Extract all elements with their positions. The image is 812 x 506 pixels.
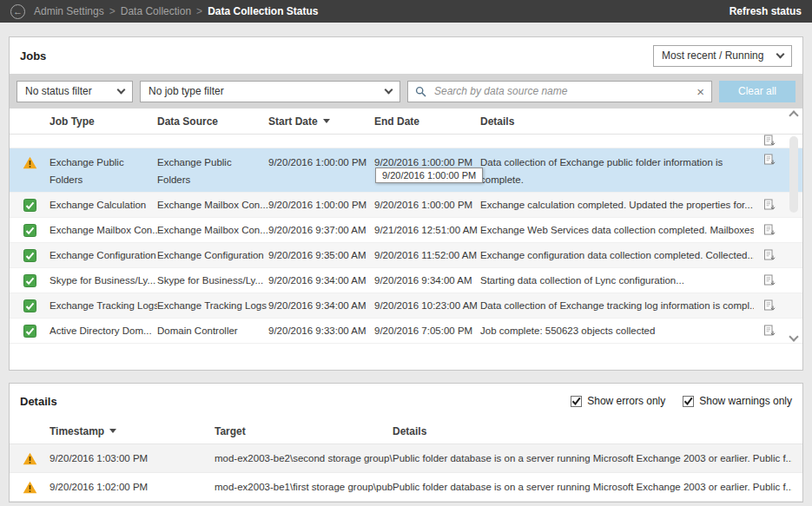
copy-details-icon[interactable]	[763, 325, 776, 338]
details-title: Details	[20, 395, 57, 408]
details-panel-header: Details Show errors only Show warnings o…	[10, 384, 802, 418]
table-row[interactable]: Exchange Calculation Exchange Mailbox Co…	[10, 193, 802, 218]
status-cell	[10, 274, 50, 287]
breadcrumb-separator: >	[196, 5, 202, 17]
col-end-date[interactable]: End Date	[374, 115, 480, 128]
table-row[interactable]: Active Directory Dom... Domain Controlle…	[10, 319, 802, 344]
jobs-panel-header: Jobs Most recent / Running	[10, 37, 802, 74]
details-row[interactable]: 9/20/2016 1:03:00 PM mod-ex2003-be2\seco…	[10, 444, 802, 473]
copy-details-icon[interactable]	[763, 224, 776, 237]
details-table-header: Timestamp Target Details	[10, 418, 802, 444]
data-source-cell: Exchange Configuration	[157, 250, 268, 260]
chevron-down-icon	[385, 85, 393, 94]
data-source-cell: Exchange Tracking Logs	[157, 300, 268, 311]
copy-details-icon[interactable]	[763, 274, 776, 287]
details-row[interactable]: 9/20/2016 1:02:00 PM mod-ex2003-be1\firs…	[10, 473, 802, 502]
details-cell: Job complete: 550623 objects collected	[480, 325, 754, 336]
details-panel: Details Show errors only Show warnings o…	[9, 383, 803, 503]
breadcrumb-data-collection[interactable]: Data Collection	[121, 5, 191, 17]
details-cell: Exchange configuration data collection c…	[480, 250, 754, 260]
details-cell: Data collection of Exchange public folde…	[480, 154, 754, 188]
col-timestamp[interactable]: Timestamp	[50, 424, 215, 437]
start-date-cell: 9/20/2016 9:37:00 AM	[268, 225, 374, 235]
details-cell: Public folder database is on a server ru…	[393, 453, 792, 463]
chevron-down-icon	[117, 85, 126, 94]
sort-desc-icon	[323, 119, 330, 123]
actions-cell	[754, 274, 785, 287]
scrollbar-thumb[interactable]	[789, 136, 798, 213]
status-cell	[10, 249, 50, 262]
col-start-date[interactable]: Start Date	[268, 115, 374, 128]
sort-order-dropdown[interactable]: Most recent / Running	[653, 45, 792, 67]
data-source-cell: Exchange Public Folders	[157, 154, 268, 188]
checkbox-checked-icon	[571, 396, 582, 407]
clear-search-icon[interactable]: ×	[696, 85, 704, 98]
topbar: ← Admin Settings > Data Collection > Dat…	[0, 0, 812, 23]
status-cell	[10, 481, 50, 494]
col-job-type[interactable]: Job Type	[50, 115, 157, 128]
table-row[interactable]: Skype for Business/Ly... Skype for Busin…	[10, 268, 802, 293]
status-filter-value: No status filter	[25, 85, 92, 97]
target-cell: mod-ex2003-be2\second storage group\...	[215, 453, 393, 463]
target-cell: mod-ex2003-be1\first storage group\pub..…	[215, 482, 393, 492]
status-cell	[10, 154, 50, 169]
start-date-cell: 9/20/2016 1:00:00 PM	[268, 200, 374, 210]
actions-cell	[754, 135, 785, 148]
back-button[interactable]: ←	[10, 4, 25, 19]
warning-icon	[23, 481, 37, 494]
jobs-table-header: Job Type Data Source Start Date End Date…	[10, 108, 802, 135]
copy-details-icon[interactable]	[763, 154, 776, 167]
sort-order-value: Most recent / Running	[662, 49, 763, 62]
data-source-cell: Skype for Business/Ly...	[157, 275, 268, 286]
sort-desc-icon	[109, 429, 116, 433]
job-type-cell: Exchange Configuration	[50, 250, 157, 260]
details-cell: Data collection of Exchange tracking log…	[480, 300, 754, 311]
data-source-cell: Exchange Mailbox Con...	[157, 225, 268, 235]
job-type-filter-value: No job type filter	[149, 85, 224, 97]
search-box: ×	[407, 81, 712, 102]
breadcrumb-admin-settings[interactable]: Admin Settings	[34, 5, 104, 17]
table-row[interactable]: Exchange Tracking Logs Exchange Tracking…	[10, 293, 802, 319]
end-date-cell: 9/20/2016 7:05:00 PM	[374, 325, 480, 336]
search-input[interactable]	[432, 84, 690, 98]
start-date-cell: 9/20/2016 9:34:00 AM	[268, 300, 374, 311]
actions-cell	[754, 154, 785, 167]
scroll-down-icon[interactable]	[789, 332, 798, 341]
warning-icon	[23, 156, 37, 169]
col-details[interactable]: Details	[393, 425, 792, 437]
details-cell: Exchange Web Services data collection co…	[480, 225, 754, 235]
details-cell: Exchange calculation completed. Updated …	[480, 200, 754, 210]
col-details[interactable]: Details	[480, 115, 754, 128]
actions-cell	[754, 199, 785, 212]
col-data-source[interactable]: Data Source	[157, 115, 268, 128]
end-date-tooltip: 9/20/2016 1:00:00 PM	[375, 168, 483, 183]
status-filter-dropdown[interactable]: No status filter	[17, 81, 133, 102]
warning-icon	[23, 452, 37, 465]
status-cell	[10, 224, 50, 237]
success-icon	[23, 224, 36, 237]
show-warnings-checkbox[interactable]: Show warnings only	[683, 395, 792, 407]
job-type-filter-dropdown[interactable]: No job type filter	[140, 81, 400, 102]
breadcrumb: Admin Settings > Data Collection > Data …	[34, 5, 721, 17]
actions-cell	[754, 224, 785, 237]
refresh-status-link[interactable]: Refresh status	[729, 5, 802, 17]
scroll-up-icon[interactable]	[789, 110, 798, 120]
show-errors-checkbox[interactable]: Show errors only	[571, 395, 665, 407]
clear-all-button[interactable]: Clear all	[719, 81, 795, 102]
table-row-partial[interactable]	[10, 135, 802, 148]
copy-details-icon[interactable]	[763, 299, 776, 312]
jobs-title: Jobs	[20, 49, 46, 62]
success-icon	[23, 274, 36, 287]
table-row[interactable]: Exchange Mailbox Con... Exchange Mailbox…	[10, 218, 802, 243]
details-cell: Starting data collection of Lync configu…	[480, 275, 754, 286]
copy-details-icon[interactable]	[763, 135, 776, 148]
actions-cell	[754, 299, 785, 312]
status-cell	[10, 199, 50, 212]
table-row[interactable]: Exchange Configuration Exchange Configur…	[10, 243, 802, 268]
jobs-scrollbar[interactable]	[788, 112, 800, 340]
status-cell	[10, 299, 50, 312]
copy-details-icon[interactable]	[763, 249, 776, 262]
copy-details-icon[interactable]	[763, 199, 776, 212]
job-type-cell: Exchange Calculation	[50, 200, 157, 210]
col-target[interactable]: Target	[215, 425, 393, 437]
